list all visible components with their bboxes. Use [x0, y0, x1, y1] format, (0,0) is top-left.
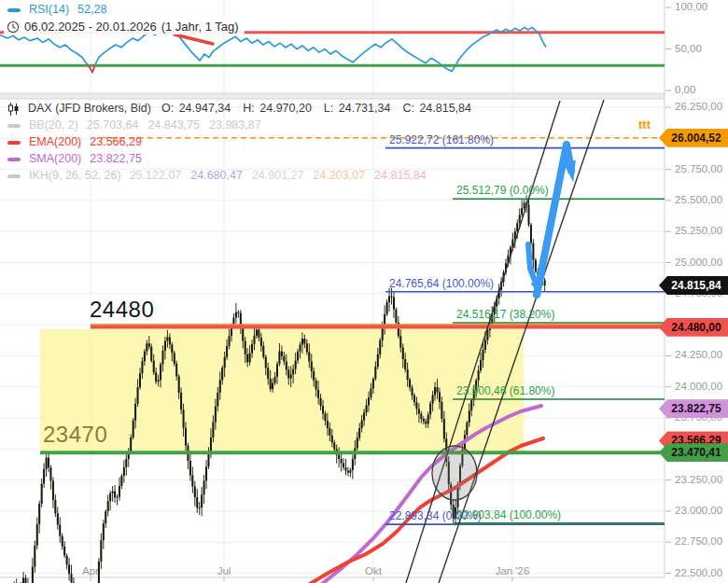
sma-legend-row[interactable]: SMA(200) 23.822,75	[7, 152, 142, 166]
bb-value: 23.983,87	[209, 118, 261, 132]
date-range-text: 06.02.2025 - 20.01.2026	[24, 20, 157, 34]
ikh-value: 25.122,07	[130, 169, 182, 182]
fib-extension-blue-label: 25.922,72 (161.80%)	[389, 133, 494, 146]
date-range-row[interactable]: 06.02.2025 - 20.01.2026 (1 Jahr, 1 Tag)	[4, 19, 245, 35]
ikh-value: 24.901,27	[252, 169, 304, 182]
forecast-arrow-head[interactable]	[564, 160, 576, 183]
ikh-legend-row[interactable]: IKH(9, 26, 52, 26) 25.122,0724.680,4724.…	[7, 169, 436, 183]
clock-icon	[7, 21, 20, 34]
rsi-indicator-value: 52,28	[77, 3, 106, 17]
bb-label: BB(20, 2)	[29, 118, 78, 132]
ema-line-swatch-icon	[7, 141, 21, 145]
price-badge: 24.480,00	[659, 318, 728, 337]
ohlc-open: O: 24.947,34	[161, 102, 232, 116]
date-range-period: (1 Jahr, 1 Tag)	[161, 20, 239, 34]
ema-legend-row[interactable]: EMA(200) 23.566,29	[7, 135, 142, 149]
price-axis-label: 23.000,00	[675, 505, 722, 516]
support-note-text[interactable]: 23470	[43, 422, 107, 448]
bb-value: 24.843,75	[147, 118, 200, 132]
bb-values: 25.703,6424.843,7523.983,87	[87, 118, 271, 132]
time-axis-label: Jan '26	[496, 565, 530, 576]
ohlc-low: L: 24.731,34	[324, 102, 393, 116]
price-axis-label: 25.500,00	[675, 194, 722, 205]
price-axis-label: 22.750,00	[675, 535, 722, 547]
time-axis-label: Apr	[82, 565, 99, 576]
panel-separator	[0, 93, 665, 99]
price-axis-label: 25.750,00	[675, 163, 722, 174]
price-axis-label: 23.250,00	[675, 474, 722, 485]
rsi-axis-label: 50,00	[675, 43, 702, 54]
rsi-axis-label: 100,00	[675, 1, 707, 12]
instrument-name: DAX (JFD Brokers, Bid)	[28, 102, 151, 116]
rsi-axis-label: 0,00	[675, 84, 695, 95]
price-badge: 24.815,84	[659, 276, 728, 295]
ema-label: EMA(200)	[29, 135, 81, 149]
ikh-value: 24.203,07	[314, 169, 366, 182]
fib-retracement-green-label: 25.512,79 (0.00%)	[456, 184, 549, 197]
ikh-label: IKH(9, 26, 52, 26)	[29, 169, 121, 183]
date-range-pill[interactable]: 06.02.2025 - 20.01.2026 (1 Jahr, 1 Tag)	[4, 19, 245, 35]
sma-line-swatch-icon	[7, 158, 21, 161]
price-axis-label: 22.500,00	[675, 567, 722, 578]
bb-value: 25.703,64	[87, 118, 139, 132]
ttt-note-text[interactable]: ttt	[638, 118, 651, 132]
chart-canvas[interactable]: AprJulOktJan '26	[0, 0, 728, 583]
rsi-line-swatch-icon	[7, 8, 21, 12]
fib-retracement-green-label: 22.903,84 (100.00%)	[456, 508, 561, 521]
time-axis-label: Jul	[217, 565, 231, 576]
ema-value: 23.566,29	[90, 135, 142, 149]
ikh-value: 24.680,47	[190, 169, 243, 182]
ikh-value: 24.815,84	[374, 169, 427, 182]
ohlc-high: H: 24.970,20	[243, 102, 314, 116]
price-axis-label: 24.000,00	[675, 381, 722, 392]
price-badge: 23.470,41	[659, 443, 728, 462]
instrument-legend-row[interactable]: DAX (JFD Brokers, Bid) O: 24.947,34 H: 2…	[7, 102, 475, 116]
ikh-values: 25.122,0724.680,4724.901,2724.203,0724.8…	[130, 169, 436, 183]
price-axis-label: 24.250,00	[675, 349, 722, 360]
price-badge: 26.004,52	[659, 129, 728, 147]
sma-value: 23.822,75	[90, 152, 142, 166]
rsi-indicator-label: RSI(14)	[29, 3, 69, 17]
ohlc-close: C: 24.815,84	[402, 102, 473, 116]
sma-label: SMA(200)	[29, 152, 81, 166]
rsi-legend-row[interactable]: RSI(14) 52,28	[7, 3, 106, 17]
resistance-note-text[interactable]: 24480	[90, 297, 154, 323]
price-axis-label: 26.250,00	[675, 101, 722, 112]
bb-legend-row[interactable]: BB(20, 2) 25.703,6424.843,7523.983,87	[7, 118, 271, 132]
fib-retracement-green-label: 24.516,17 (38.20%)	[456, 308, 554, 321]
price-axis-label: 25.250,00	[675, 225, 722, 236]
time-axis-label: Okt	[365, 565, 383, 576]
highlight-circle[interactable]	[432, 446, 477, 500]
candlestick-chart-icon	[7, 103, 20, 116]
price-axis-label: 25.000,00	[675, 257, 722, 268]
chart-app: AprJulOktJan '26 RSI(14) 52,28 06.02.202…	[0, 0, 728, 583]
ikh-line-swatch-icon	[7, 174, 21, 178]
fib-retracement-green-label: 23.900,46 (61.80%)	[456, 384, 554, 397]
price-badge: 23.822,75	[659, 399, 728, 418]
fib-extension-blue-label: 24.765,64 (100.00%)	[389, 277, 494, 290]
bb-line-swatch-icon	[7, 124, 21, 128]
